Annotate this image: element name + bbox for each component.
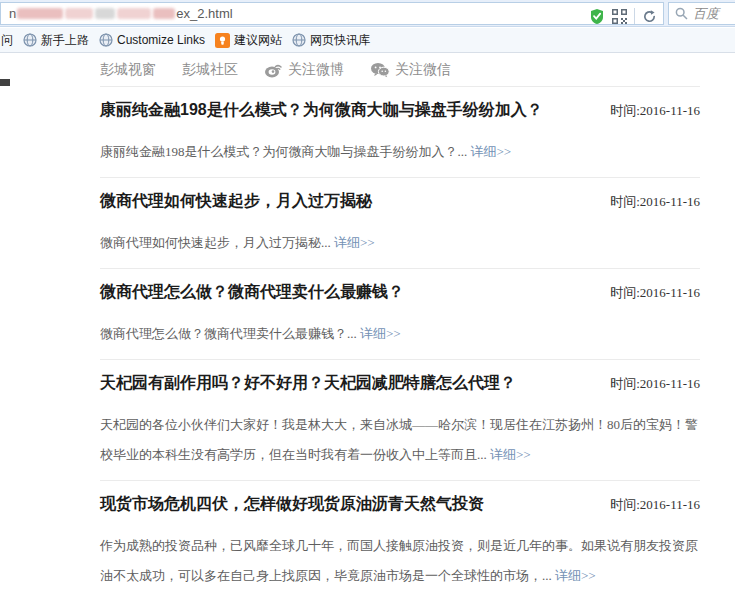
article-title-link[interactable]: 现货市场危机四伏，怎样做好现货原油沥青天然气投资 [100, 493, 484, 515]
detail-link[interactable]: 详细>> [471, 144, 512, 159]
browser-window: n ex_2.html [0, 0, 735, 598]
article-item: 康丽纯金融198是什么模式？为何微商大咖与操盘手纷纷加入？ 时间:2016-11… [100, 87, 700, 178]
article-title-link[interactable]: 康丽纯金融198是什么模式？为何微商大咖与操盘手纷纷加入？ [100, 99, 543, 121]
summary-text: 作为成熟的投资品种，已风靡全球几十年，而国人接触原油投资，则是近几年的事。如果说… [100, 538, 698, 583]
address-bar: n ex_2.html [0, 0, 735, 27]
article-title-link[interactable]: 天杞园有副作用吗？好不好用？天杞园减肥特膳怎么代理？ [100, 372, 516, 394]
search-input[interactable]: 百度 [668, 2, 735, 25]
article-time: 时间:2016-11-16 [598, 102, 700, 120]
bookmark-label: 建议网站 [234, 32, 282, 49]
cutoff-element [0, 79, 10, 86]
detail-link[interactable]: 详细>> [360, 326, 401, 341]
url-start: n [9, 6, 16, 21]
article-time: 时间:2016-11-16 [598, 375, 700, 393]
nav-label: 彭城社区 [182, 61, 238, 79]
search-placeholder: 百度 [693, 5, 719, 23]
bookmark-label: 新手上路 [41, 32, 89, 49]
article-summary: 微商代理怎么做？微商代理卖什么最赚钱？... 详细>> [100, 319, 700, 349]
summary-text: 康丽纯金融198是什么模式？为何微商大咖与操盘手纷纷加入？... [100, 144, 467, 159]
globe-icon [99, 33, 113, 47]
redacted-url-segment [17, 8, 63, 19]
nav-label: 关注微博 [288, 61, 344, 79]
summary-text: 微商代理如何快速起步，月入过万揭秘... [100, 235, 331, 250]
article-item: 现货市场危机四伏，怎样做好现货原油沥青天然气投资 时间:2016-11-16 作… [100, 481, 700, 598]
summary-text: 天杞园的各位小伙伴们大家好！我是林大大，来自冰城——哈尔滨！现居住在江苏扬州！8… [100, 417, 698, 462]
bookmark-label: Customize Links [117, 33, 205, 47]
article-time: 时间:2016-11-16 [598, 193, 700, 211]
nav-item-pengcheng-shequ[interactable]: 彭城社区 [182, 61, 238, 79]
detail-link[interactable]: 详细>> [334, 235, 375, 250]
url-text: n ex_2.html [9, 6, 233, 21]
article-item: 微商代理如何快速起步，月入过万揭秘 时间:2016-11-16 微商代理如何快速… [100, 178, 700, 269]
search-icon [675, 7, 688, 20]
nav-item-follow-weibo[interactable]: 关注微博 [264, 61, 344, 79]
redacted-url-segment [65, 8, 93, 19]
bookmark-item-jianyi-wangzhan[interactable]: 建议网站 [215, 32, 282, 49]
bookmark-item-cutoff[interactable]: 问 [1, 32, 13, 49]
bookmark-label: 网页快讯库 [310, 32, 370, 49]
article-item: 天杞园有副作用吗？好不好用？天杞园减肥特膳怎么代理？ 时间:2016-11-16… [100, 360, 700, 481]
redacted-url-segment [153, 8, 175, 19]
globe-icon [23, 33, 37, 47]
bookmark-item-xinshoushanglu[interactable]: 新手上路 [23, 32, 89, 49]
article-time: 时间:2016-11-16 [598, 284, 700, 302]
redacted-url-segment [95, 8, 115, 19]
nav-item-pengcheng-shichuang[interactable]: 彭城视窗 [100, 61, 156, 79]
url-end: ex_2.html [176, 6, 232, 21]
nav-label: 彭城视窗 [100, 61, 156, 79]
detail-link[interactable]: 详细>> [555, 568, 596, 583]
article-summary: 天杞园的各位小伙伴们大家好！我是林大大，来自冰城——哈尔滨！现居住在江苏扬州！8… [100, 410, 700, 470]
bookmark-item-wangye-kuaixunku[interactable]: 网页快讯库 [292, 32, 370, 49]
globe-icon [292, 33, 306, 47]
article-item: 微商代理怎么做？微商代理卖什么最赚钱？ 时间:2016-11-16 微商代理怎么… [100, 269, 700, 360]
detail-link[interactable]: 详细>> [490, 447, 531, 462]
article-time: 时间:2016-11-16 [598, 496, 700, 514]
nav-label: 关注微信 [395, 61, 451, 79]
page-content: 彭城视窗 彭城社区 关注微博 关注微信 康丽纯金融198是什么模式？为何微商大咖… [0, 53, 735, 598]
redacted-url-segment [117, 8, 151, 19]
site-nav: 彭城视窗 彭城社区 关注微博 关注微信 [100, 61, 451, 79]
article-title-link[interactable]: 微商代理如何快速起步，月入过万揭秘 [100, 190, 372, 212]
bookmark-item-customize-links[interactable]: Customize Links [99, 33, 205, 47]
bookmark-label: 问 [1, 32, 13, 49]
weibo-icon [264, 62, 283, 78]
nav-item-follow-wechat[interactable]: 关注微信 [370, 61, 451, 79]
qr-code-icon[interactable] [612, 9, 627, 24]
article-list: 康丽纯金融198是什么模式？为何微商大咖与操盘手纷纷加入？ 时间:2016-11… [100, 86, 700, 598]
article-summary: 作为成熟的投资品种，已风靡全球几十年，而国人接触原油投资，则是近几年的事。如果说… [100, 531, 700, 591]
shield-check-icon[interactable] [589, 8, 605, 25]
divider [634, 8, 635, 24]
summary-text: 微商代理怎么做？微商代理卖什么最赚钱？... [100, 326, 357, 341]
wechat-icon [370, 62, 390, 78]
refresh-icon[interactable] [642, 9, 657, 24]
suggested-sites-icon [215, 33, 230, 48]
bookmarks-bar: 问 新手上路 Customize Links 建议网站 网页快讯库 [0, 28, 735, 53]
url-input[interactable]: n ex_2.html [0, 2, 664, 25]
article-summary: 微商代理如何快速起步，月入过万揭秘... 详细>> [100, 228, 700, 258]
article-title-link[interactable]: 微商代理怎么做？微商代理卖什么最赚钱？ [100, 281, 404, 303]
article-summary: 康丽纯金融198是什么模式？为何微商大咖与操盘手纷纷加入？... 详细>> [100, 137, 700, 167]
